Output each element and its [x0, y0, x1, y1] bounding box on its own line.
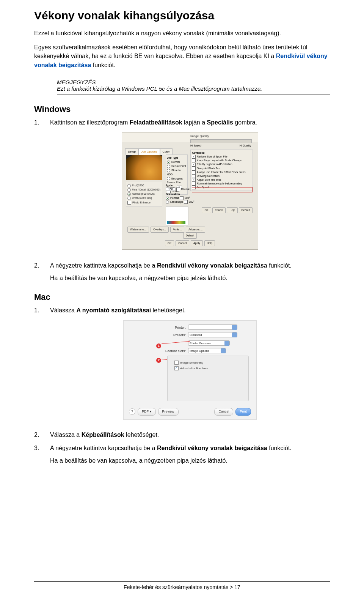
note-label: MEGJEGYZÉS [57, 79, 330, 85]
chk-scale-disable[interactable] [176, 187, 180, 191]
radio-normal[interactable] [127, 192, 131, 196]
win-step2-post: funkciót. [267, 262, 292, 269]
pdf-button[interactable]: PDF ▾ [138, 408, 156, 415]
chk-land-180[interactable] [184, 200, 188, 204]
win-step2-extra: Ha a beállítás be van kapcsolva, a négyz… [50, 274, 330, 282]
mac-step-1: Válassza A nyomtató szolgáltatásai lehet… [34, 306, 330, 419]
intro-2-pre: Egyes szoftveralkalmazások esetében előf… [34, 44, 307, 59]
printer-features-select[interactable]: Printer Features [188, 340, 230, 346]
win-step2-bold: Rendkívül vékony vonalak beigazítása [157, 262, 267, 269]
overlays-button[interactable]: Overlays... [151, 227, 168, 233]
intro-1: Ezzel a funkcióval kihangsúlyozhatók a n… [34, 29, 330, 38]
color-bar-icon [167, 221, 185, 224]
adv-default-button[interactable]: Default [239, 207, 253, 213]
default-row: Default [122, 233, 258, 239]
win-step1-b1: Feladatbeállítások [130, 119, 182, 126]
win-step1-mid: lapján a [182, 119, 207, 126]
chk-photo-enhance[interactable] [127, 201, 131, 205]
cancel-button[interactable]: Cancel [176, 240, 189, 246]
radio-landscape[interactable] [166, 200, 169, 204]
radio-jt-enc[interactable] [167, 177, 170, 180]
mac-cancel-button[interactable]: Cancel [214, 408, 233, 415]
tab-setup[interactable]: Setup [125, 148, 138, 155]
mac-print-button[interactable]: Print [235, 408, 251, 415]
note-divider-bottom [57, 94, 330, 95]
preview-button[interactable]: Preview [158, 408, 179, 415]
mac-step-2: Válassza a Képbeállítások lehetőséget. [34, 430, 330, 439]
help-icon[interactable]: ? [129, 408, 135, 415]
apply-button[interactable]: Apply [191, 240, 203, 246]
tab-color[interactable]: Color [160, 148, 173, 155]
chk-drawing-corr[interactable] [192, 174, 196, 178]
radio-jt-store[interactable] [167, 169, 170, 172]
chk-k-toner[interactable] [192, 170, 196, 174]
dropdown-icon [232, 332, 237, 337]
orientation-group: Orientation Portrait 180° Landscape 180° [166, 192, 195, 204]
advanced-panel: Advanced ✓Reduce Size of Spool File Keep… [190, 150, 253, 191]
adv-ok-button[interactable]: OK [202, 207, 211, 213]
mac-step3-bold: Rendkívül vékony vonalak beigazítása [157, 445, 267, 451]
radio-proq[interactable] [127, 184, 131, 187]
radio-portrait[interactable] [166, 197, 169, 200]
chk-ap-collation[interactable]: ✓ [192, 163, 196, 167]
win-step-1: Kattintson az illesztőprogram Feladatbeá… [34, 118, 330, 250]
mac-step3-post: funkciót. [267, 445, 292, 451]
mac-step2-bold: Képbeállítások [82, 432, 124, 438]
win-step1-b2: Speciális [207, 119, 233, 126]
mac-heading: Mac [34, 292, 330, 302]
adv-cancel-button[interactable]: Cancel [212, 207, 226, 213]
default2-button[interactable]: Default [183, 233, 197, 239]
preview-thumbnail [126, 155, 162, 180]
page-title: Vékony vonalak kihangsúlyozása [34, 9, 330, 22]
tab-job-options[interactable]: Job Options [138, 148, 160, 155]
chk-port-180[interactable] [180, 196, 184, 200]
radio-jt-normal[interactable] [167, 161, 170, 164]
chk-maintenance[interactable] [192, 182, 196, 186]
chk-adjust-fine-lines-mac[interactable]: ✓ [174, 366, 179, 370]
printer-label: Printer: [164, 325, 186, 330]
chk-overprint[interactable] [192, 167, 196, 170]
watermarks-button[interactable]: Watermarks... [127, 227, 149, 233]
adv-help-button[interactable]: Help [227, 207, 237, 213]
extras-button-row: Watermarks... Overlays... Fonts... Advan… [127, 227, 205, 233]
mac-step2-post: lehetőséget. [124, 432, 159, 438]
intro-2: Egyes szoftveralkalmazások esetében előf… [34, 43, 330, 69]
dropdown-icon [221, 348, 226, 353]
scale-input[interactable]: 100 [166, 187, 176, 191]
page-preview [166, 206, 188, 225]
presets-select[interactable]: Standard [188, 332, 237, 337]
ok-button[interactable]: OK [165, 240, 174, 246]
intro-2-post: funkciót. [91, 62, 115, 68]
dropdown-icon [224, 341, 229, 346]
mac-bottom-row: ? PDF ▾ Preview Cancel Print [124, 408, 256, 415]
mac-step-3: A négyzetre kattintva kapcsolhatja be a … [34, 444, 330, 465]
fonts-button[interactable]: Fonts... [170, 227, 184, 233]
win-step-2: A négyzetre kattintva kapcsolhatja be a … [34, 261, 330, 282]
chk-keep-layout[interactable] [192, 159, 196, 162]
callout-2: 2 [156, 358, 161, 363]
chk-adjust-fine-lines[interactable]: ✓ [192, 178, 196, 182]
advanced-button[interactable]: Advanced... [186, 227, 205, 233]
feature-sets-select[interactable]: Image Options [188, 348, 226, 353]
figure-mac-print: Printer: Presets: Standard Printer Featu… [123, 320, 257, 420]
presets-label: Presets: [164, 333, 186, 338]
chk-reduce-spool[interactable]: ✓ [192, 155, 196, 159]
win-step1-post: gombra. [233, 119, 257, 126]
printer-select[interactable] [188, 324, 237, 330]
help-button[interactable]: Help [204, 240, 215, 246]
quality-panel: ProQ2400 Fine / Detail (1200x600) Normal… [126, 182, 162, 206]
radio-fine[interactable] [127, 188, 131, 192]
chk-image-smoothing[interactable] [174, 361, 179, 365]
quality-slider[interactable] [190, 139, 252, 143]
windows-heading: Windows [34, 104, 330, 114]
callout-line-1 [162, 341, 190, 346]
mac-step3-extra: Ha a beállítás be van kapcsolva, a négyz… [50, 456, 330, 465]
radio-jt-secure[interactable] [167, 165, 170, 168]
callout-1: 1 [156, 343, 161, 348]
radio-draft[interactable] [127, 197, 131, 200]
figure-win-driver: Image Quality Hi Speed Hi Quality Setup … [122, 132, 258, 250]
mac-step1-bold: A nyomtató szolgáltatásai [76, 307, 151, 313]
highlight-adjust-fine-lines [192, 187, 253, 192]
slider-high: Hi Quality [240, 144, 251, 148]
note-text: Ezt a funkciót kizárólag a Windows PCL 5… [57, 85, 330, 92]
